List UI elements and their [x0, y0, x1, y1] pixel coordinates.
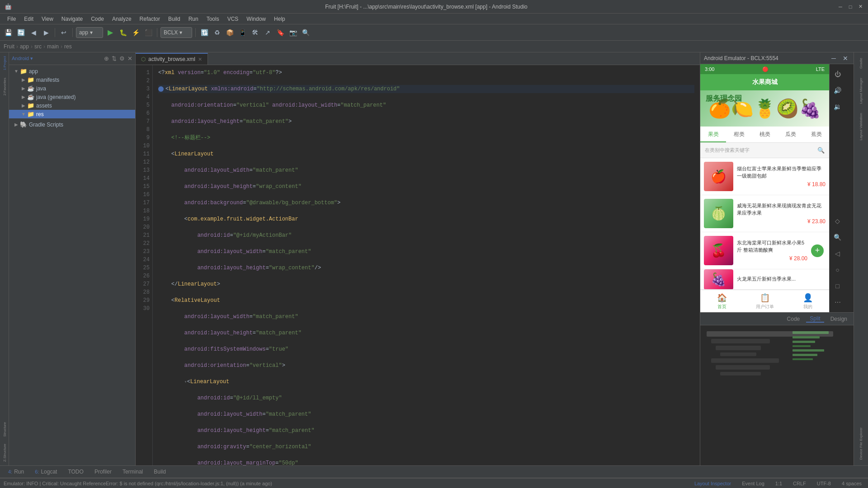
run-tab[interactable]: 4: Run [4, 468, 28, 476]
nav-home[interactable]: 🏠 首页 [700, 290, 743, 312]
tree-item-app[interactable]: ▼ 📁 app [9, 67, 135, 75]
profiler-tab[interactable]: Profiler [90, 468, 116, 476]
tree-item-res[interactable]: ▼ 📁 res [9, 110, 135, 118]
crlf-indicator[interactable]: CRLF [790, 480, 809, 487]
android-selector[interactable]: Android ▾ [12, 56, 33, 61]
cat-tab-banana[interactable]: 蕉类 [803, 127, 829, 142]
project-header-sync-icon[interactable]: ⇅ [112, 55, 117, 62]
minimize-button[interactable]: ─ [837, 4, 844, 10]
sdk-button[interactable]: 🛠 [250, 27, 260, 38]
phone-search[interactable]: 在类别中搜索关键字 🔍 [700, 143, 829, 158]
code-editor[interactable]: 1 2 3 4 5 6 7 8 9 10 11 12 13 14 15 16 1… [136, 65, 700, 465]
layout-validation-tab[interactable]: Layout Validation [858, 109, 864, 144]
charset-indicator[interactable]: UTF-8 [814, 480, 834, 487]
menu-run[interactable]: Run [185, 15, 202, 23]
breadcrumb-main[interactable]: main [47, 43, 59, 50]
menu-code[interactable]: Code [87, 15, 108, 23]
cat-tab-fruit[interactable]: 果类 [700, 127, 726, 142]
emu-vol-up-btn[interactable]: 🔊 [831, 84, 844, 97]
sidebar-favorites-tab[interactable]: 2:Favorites [0, 74, 9, 99]
emu-zoom-in-btn[interactable]: 🔍 [831, 231, 844, 244]
menu-refactor[interactable]: Refactor [136, 15, 164, 23]
emu-power-btn[interactable]: ⏻ [831, 68, 844, 80]
cat-tab-melon[interactable]: 瓜类 [778, 127, 803, 142]
menu-edit[interactable]: Edit [20, 15, 37, 23]
cat-tab-peach[interactable]: 桃类 [752, 127, 778, 142]
navigate-back-button[interactable]: ↩ [58, 27, 69, 38]
more3-button[interactable]: 📷 [288, 27, 298, 38]
product-item-1[interactable]: 🍎 烟台红富士苹果水果新鲜当季整箱应季一级脆甜包邮 ¥ 18.80 [700, 158, 829, 195]
design-code-btn[interactable]: Code [783, 316, 804, 322]
search-toolbar-button[interactable]: 🔍 [300, 27, 311, 38]
tree-item-gradle[interactable]: ▶ 🐘 Gradle Scripts [9, 120, 135, 129]
project-header-gear-icon[interactable]: ⚙ [119, 55, 125, 62]
editor-tab-activity-browse[interactable]: ⬡ activity_browse.xml ✕ [136, 53, 208, 65]
maximize-button[interactable]: □ [847, 4, 854, 10]
emulator-minimize-button[interactable]: ─ [829, 54, 838, 63]
menu-tools[interactable]: Tools [203, 15, 223, 23]
nav-orders[interactable]: 📋 用户订单 [743, 290, 786, 312]
indent-indicator[interactable]: 4 spaces [839, 480, 864, 487]
menu-build[interactable]: Build [165, 15, 184, 23]
close-tab-icon[interactable]: ✕ [198, 56, 202, 62]
code-content[interactable]: <?xml version="1.0" encoding="utf-8"?> <… [153, 65, 700, 465]
layout-manager-tab[interactable]: Layout Manager [858, 74, 864, 108]
menu-help[interactable]: Help [270, 15, 289, 23]
breadcrumb-app[interactable]: app [20, 43, 29, 50]
sync-project-button[interactable]: 🔃 [199, 27, 210, 38]
menu-view[interactable]: View [38, 15, 57, 23]
sidebar-z-structure-tab[interactable]: Z-Structure [0, 440, 9, 465]
sidebar-project-tab[interactable]: 1:Project [0, 52, 9, 74]
sync-button[interactable]: 🔄 [15, 27, 26, 38]
tree-item-java[interactable]: ▶ ☕ java [9, 84, 135, 93]
event-log-link[interactable]: Event Log [739, 480, 767, 487]
close-button[interactable]: ✕ [857, 4, 863, 10]
menu-window[interactable]: Window [243, 15, 269, 23]
stop-button[interactable]: ⬛ [143, 27, 154, 38]
nav-profile[interactable]: 👤 我的 [786, 290, 829, 312]
tree-item-assets[interactable]: ▶ 📁 assets [9, 101, 135, 110]
product-item-4[interactable]: 🍇 火龙果五斤新鲜当季水果... [700, 269, 829, 290]
gradle-button[interactable]: 📦 [224, 27, 235, 38]
design-design-btn[interactable]: Design [827, 316, 851, 322]
menu-vcs[interactable]: VCS [224, 15, 242, 23]
profile-button[interactable]: ⚡ [130, 27, 141, 38]
tree-item-java-generated[interactable]: ▶ ☕ java (generated) [9, 93, 135, 101]
emu-more-btn[interactable]: ⋯ [831, 296, 844, 309]
breadcrumb-res[interactable]: res [64, 43, 72, 50]
device-file-explorer-tab[interactable]: Device File Explorer [858, 424, 864, 464]
emu-back-btn[interactable]: ◁ [831, 247, 844, 260]
layout-inspector-link[interactable]: Layout Inspector [692, 480, 734, 487]
tree-item-manifests[interactable]: ▶ 📁 manifests [9, 75, 135, 84]
app-selector[interactable]: app ▾ [76, 27, 103, 38]
position-indicator[interactable]: 1:1 [773, 480, 785, 487]
undo-button[interactable]: ◀ [28, 27, 39, 38]
emu-square-btn[interactable]: □ [831, 280, 844, 292]
redo-button[interactable]: ▶ [41, 27, 52, 38]
build-tab[interactable]: Build [149, 468, 170, 476]
gradle-tab[interactable]: Gradle [858, 54, 864, 72]
logcat-tab[interactable]: 6: Logcat [30, 468, 61, 476]
more2-button[interactable]: 🔖 [275, 27, 286, 38]
terminal-tab[interactable]: Terminal [118, 468, 147, 476]
more1-button[interactable]: ↗ [262, 27, 273, 38]
invalidate-button[interactable]: ♻ [212, 27, 222, 38]
project-header-close-icon[interactable]: ✕ [127, 55, 132, 62]
emu-circle-btn[interactable]: ○ [831, 263, 844, 276]
menu-analyze[interactable]: Analyze [108, 15, 135, 23]
product-item-3[interactable]: 🍒 东北海棠果可口新鲜水果小果5斤 整箱清脆酸爽 ¥ 28.00 + [700, 232, 829, 269]
project-header-add-icon[interactable]: ⊕ [104, 55, 109, 62]
breadcrumb-fruit[interactable]: Fruit [4, 43, 14, 50]
cat-tab-citrus[interactable]: 柑类 [726, 127, 752, 142]
debug-button[interactable]: 🐛 [118, 27, 128, 38]
add-to-cart-button[interactable]: + [811, 244, 824, 257]
run-button[interactable]: ▶ [105, 27, 116, 38]
menu-navigate[interactable]: Navigate [58, 15, 86, 23]
breadcrumb-src[interactable]: src [34, 43, 42, 50]
emulator-close-button[interactable]: ✕ [841, 54, 850, 63]
config-selector[interactable]: BCLX ▾ [160, 27, 192, 38]
avd-button[interactable]: 📱 [237, 27, 248, 38]
design-split-btn[interactable]: Split [806, 315, 824, 323]
product-item-2[interactable]: 🍈 威海无花果新鲜水果现摘现发青皮无花果应季水果 ¥ 23.80 [700, 195, 829, 232]
todo-tab[interactable]: TODO [63, 468, 88, 476]
